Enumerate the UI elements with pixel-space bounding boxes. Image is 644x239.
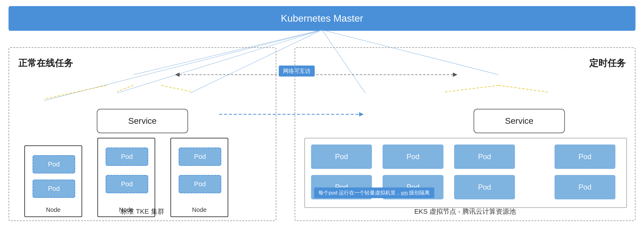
node-box-2: Pod Pod Node [97,138,155,217]
diagram-container: Kubernetes Master [0,0,644,239]
pod-3-1: Pod [179,148,221,166]
node-box-1: Pod Pod Node [24,145,82,217]
eks-pod-7: Pod [454,175,515,199]
right-cluster-title: 定时任务 [589,57,626,70]
k8s-master-title: Kubernetes Master [281,13,363,24]
eks-pod-8: Pod [555,175,615,199]
left-cluster-title: 正常在线任务 [18,57,73,70]
service-box-right: Service [474,109,565,133]
node-label-1: Node [46,206,61,213]
left-cluster-label: 标准 TKE 集群 [121,207,164,216]
vm-isolation-note: 每个pod 运行在一个轻量虚拟机里，vm 级别隔离 [314,187,434,198]
service-box-left: Service [97,109,188,133]
eks-pod-3: Pod [454,144,515,169]
pod-3-2: Pod [179,175,221,193]
eks-pod-1: Pod [311,144,372,169]
right-cluster: 定时任务 Service Pod Pod Pod Pod Pod Pod Pod… [295,47,635,221]
right-cluster-label: EKS 虚拟节点 - 腾讯云计算资源池 [414,207,516,216]
pod-1-2: Pod [33,180,75,198]
node-label-3: Node [192,206,207,213]
pod-2-1: Pod [106,148,148,166]
left-cluster: 正常在线任务 Service Pod Pod Node Pod Pod Node… [9,47,276,221]
eks-pod-4: Pod [555,144,615,169]
pod-2-2: Pod [106,175,148,193]
k8s-master-bar: Kubernetes Master [9,6,635,31]
eks-pod-2: Pod [383,144,443,169]
pod-1-1: Pod [33,155,75,173]
eks-inner-box: Pod Pod Pod Pod Pod Pod Pod Pod 每个pod 运行… [304,138,627,208]
node-box-3: Pod Pod Node [170,138,228,217]
